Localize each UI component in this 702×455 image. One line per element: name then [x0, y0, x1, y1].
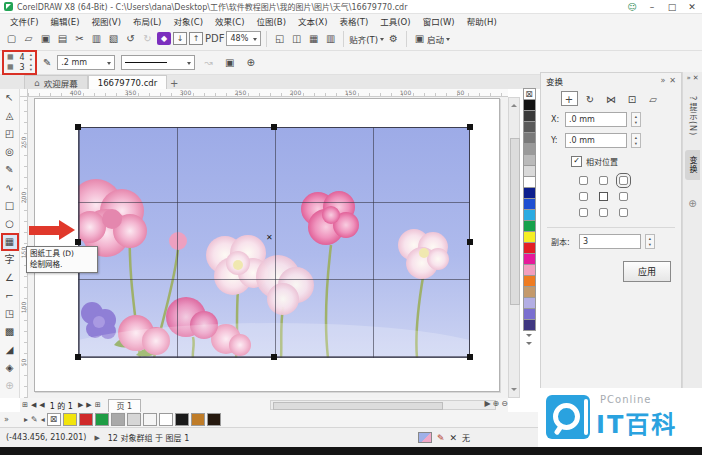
columns-spinner[interactable]: ▴ ▾ — [30, 53, 32, 62]
selection-handle-top-left[interactable] — [75, 124, 81, 130]
shape-tool[interactable]: ◬ — [1, 107, 19, 125]
docker-tab-hints[interactable]: ? 提示(N) — [685, 90, 700, 142]
add-page-button-right[interactable]: ⊞ — [95, 401, 101, 409]
drawing-canvas[interactable]: ✕ — [28, 97, 508, 398]
artistic-media-tool[interactable]: ∿ — [1, 179, 19, 197]
menu-text[interactable]: 文本(X) — [292, 15, 333, 27]
pick-tool[interactable]: ↖ — [1, 89, 19, 107]
zoom-level-combo[interactable]: 48% — [226, 31, 261, 46]
menu-view[interactable]: 视图(V) — [86, 15, 127, 27]
docker-close-icon[interactable]: ✕ — [669, 76, 676, 85]
docker-pin-icon[interactable]: » — [686, 74, 690, 82]
anchor-checkbox[interactable] — [579, 208, 588, 217]
zoom-tool[interactable]: ◎ — [1, 143, 19, 161]
zoom-out-icon[interactable]: ⊖ — [501, 399, 508, 408]
document-color-swatch[interactable] — [63, 413, 77, 426]
line-style-combo[interactable] — [121, 55, 195, 70]
previous-page-button[interactable]: ◀ — [39, 401, 44, 409]
ellipse-tool[interactable]: ○ — [1, 215, 19, 233]
docker-tab-transform[interactable]: 变换 — [685, 150, 700, 180]
selection-handle-middle-right[interactable] — [467, 239, 473, 245]
menu-window[interactable]: 窗口(W) — [417, 15, 461, 27]
relative-position-checkbox[interactable]: ✓ — [571, 156, 582, 167]
document-color-swatch[interactable] — [111, 413, 125, 426]
transparency-tool[interactable]: ▩ — [1, 323, 19, 341]
copies-input[interactable]: 3 — [579, 234, 641, 249]
graph-paper-tool[interactable]: ▦ — [1, 233, 19, 251]
interactive-fill-tool[interactable]: ◈ — [1, 359, 19, 377]
open-button[interactable]: ▱ — [21, 31, 36, 47]
rows-spinner[interactable]: ▴ ▾ — [30, 63, 32, 72]
minimize-button[interactable]: – — [646, 2, 658, 12]
anchor-checkbox[interactable] — [579, 192, 588, 201]
document-color-swatch[interactable] — [143, 413, 157, 426]
document-color-swatch[interactable] — [207, 413, 221, 426]
show-grid-button[interactable]: ▦ — [306, 31, 321, 47]
account-icon[interactable]: ☺ — [626, 2, 638, 12]
next-page-button[interactable]: ▶ — [78, 401, 83, 409]
horizontal-scroll-thumb[interactable] — [273, 402, 443, 410]
anchor-checkbox[interactable] — [599, 176, 608, 185]
scroll-up-icon[interactable] — [511, 101, 517, 107]
docker-collapse-icon[interactable]: » — [660, 76, 665, 85]
navigator-icon[interactable]: ▶ — [484, 399, 490, 408]
zoom-in-icon[interactable]: ⊕ — [493, 399, 500, 408]
smart-fill-tool[interactable]: ⊕ — [1, 377, 19, 395]
anchor-checkbox[interactable] — [579, 176, 588, 185]
publish-pdf-button[interactable]: PDF — [205, 31, 224, 47]
x-spinner[interactable]: ▴ ▾ — [631, 112, 641, 127]
status-flyout-icon[interactable]: ▶ — [94, 434, 99, 442]
anchor-checkbox[interactable] — [619, 208, 628, 217]
no-color-swatch[interactable]: ⊠ — [47, 413, 61, 426]
transform-scale-mirror-tab[interactable]: ⋈ — [603, 91, 620, 106]
apply-button[interactable]: 应用 — [623, 261, 671, 282]
page-tab[interactable]: 页 1 — [108, 399, 142, 412]
menu-object[interactable]: 对象(C) — [167, 15, 209, 27]
add-docker-icon[interactable]: ⊕ — [688, 198, 696, 209]
parallel-dimension-tool[interactable]: ∠ — [1, 269, 19, 287]
selected-image-object[interactable]: ✕ — [78, 127, 470, 358]
close-button[interactable]: ✕ — [686, 2, 698, 12]
palette-scroll-left-icon[interactable]: ◂ — [41, 415, 45, 424]
rectangle-tool[interactable]: □ — [1, 197, 19, 215]
print-button[interactable]: ▤ — [55, 31, 70, 47]
vertical-scrollbar[interactable] — [508, 97, 520, 398]
connector-tool[interactable]: ⌐ — [1, 287, 19, 305]
anchor-checkbox[interactable] — [619, 192, 628, 201]
new-tab-button[interactable]: + — [167, 78, 181, 89]
object-properties-button[interactable]: ▣ — [222, 55, 237, 71]
color-swatch[interactable] — [523, 319, 536, 331]
crop-tool[interactable]: ◰ — [1, 125, 19, 143]
show-rulers-button[interactable]: ◫ — [289, 31, 304, 47]
copies-spinner[interactable]: ▴ ▾ — [645, 234, 655, 249]
show-guidelines-button[interactable]: ▥ — [323, 31, 338, 47]
y-spinner[interactable]: ▴ ▾ — [631, 133, 641, 148]
columns-stepper[interactable]: ▦ 4 ▴ ▾ — [7, 53, 32, 62]
launch-button[interactable]: ▣ 启动 — [412, 31, 450, 47]
menu-layout[interactable]: 布局(L) — [127, 15, 167, 27]
scroll-down-icon[interactable] — [511, 388, 517, 394]
transform-skew-tab[interactable]: ▱ — [645, 91, 662, 106]
selection-handle-top-center[interactable] — [271, 124, 277, 130]
last-page-button[interactable]: ▶ — [86, 401, 91, 409]
text-tool[interactable]: 字 — [1, 251, 19, 269]
ruler-origin-corner[interactable] — [20, 89, 28, 97]
palette-scroll-buttons[interactable] — [526, 334, 532, 348]
palette-flyout-icon[interactable]: ▸ — [24, 415, 28, 424]
cut-button[interactable]: ✂ — [72, 31, 87, 47]
x-position-input[interactable]: .0 mm — [565, 112, 627, 127]
menu-file[interactable]: 文件(F) — [4, 15, 45, 27]
menu-effects[interactable]: 效果(C) — [209, 15, 251, 27]
add-page-button[interactable]: ⊞ — [22, 401, 28, 409]
snap-to-button[interactable]: 贴齐(T) — [349, 33, 384, 45]
color-eyedropper-tool[interactable]: ◢ — [1, 341, 19, 359]
quick-customize-button[interactable]: ⊕ — [243, 55, 258, 71]
transform-position-tab[interactable]: + — [561, 91, 578, 106]
eyedropper-icon[interactable]: ✎ — [31, 415, 38, 424]
drop-shadow-tool[interactable]: ◳ — [1, 305, 19, 323]
fullscreen-preview-button[interactable]: ◱ — [272, 31, 287, 47]
vertical-scroll-thumb[interactable] — [510, 138, 520, 305]
tab-document[interactable]: 16679770.cdr — [88, 75, 168, 89]
transform-rotate-tab[interactable]: ↻ — [582, 91, 599, 106]
rows-stepper[interactable]: ▦ 3 ▴ ▾ — [7, 63, 32, 72]
